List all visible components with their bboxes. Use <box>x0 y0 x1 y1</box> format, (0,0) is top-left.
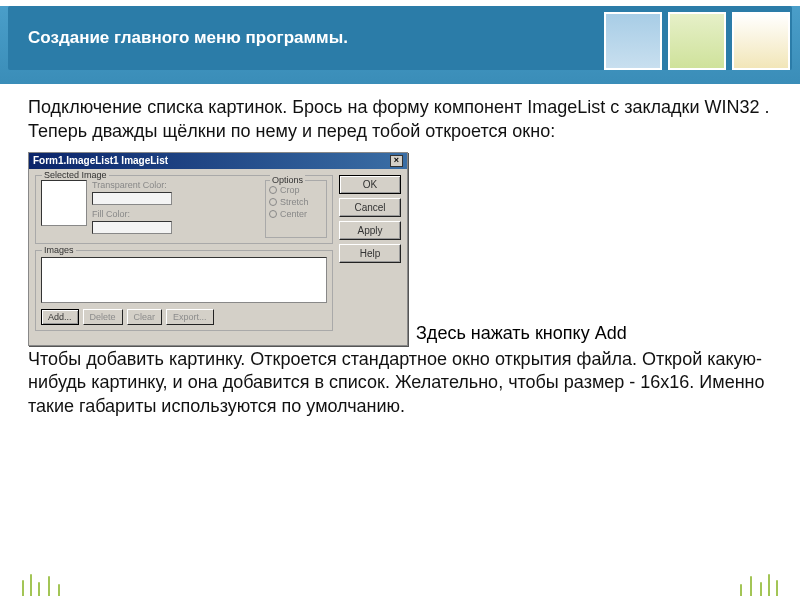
transparent-color-label: Transparent Color: <box>92 180 260 190</box>
clear-button[interactable]: Clear <box>127 309 163 325</box>
group-options: Options Crop Stretch Center <box>265 180 327 238</box>
close-icon[interactable]: × <box>390 155 403 167</box>
fill-color-label: Fill Color: <box>92 209 260 219</box>
dialog-title: Form1.ImageList1 ImageList <box>33 155 168 166</box>
group-images-label: Images <box>42 245 76 255</box>
radio-stretch[interactable]: Stretch <box>269 197 323 207</box>
cancel-button[interactable]: Cancel <box>339 198 401 217</box>
radio-center[interactable]: Center <box>269 209 323 219</box>
slide-title: Создание главного меню программы. <box>28 28 348 48</box>
header-thumbnails <box>604 12 790 70</box>
ok-button[interactable]: OK <box>339 175 401 194</box>
group-options-label: Options <box>270 175 305 185</box>
slide-header: Создание главного меню программы. <box>0 6 800 84</box>
paragraph-3: Чтобы добавить картинку. Откроется станд… <box>0 348 800 419</box>
apply-button[interactable]: Apply <box>339 221 401 240</box>
grass-left-icon <box>18 568 108 596</box>
dialog-titlebar[interactable]: Form1.ImageList1 ImageList × <box>29 153 407 169</box>
thumbnail-leaf <box>668 12 726 70</box>
paragraph-1: Подключение списка картинок. Брось на фо… <box>0 96 800 144</box>
grass-right-icon <box>692 568 782 596</box>
fill-color-field[interactable] <box>92 221 172 234</box>
export-button[interactable]: Export... <box>166 309 214 325</box>
group-selected-image: Selected Image Transparent Color: Fill C… <box>35 175 333 244</box>
help-button[interactable]: Help <box>339 244 401 263</box>
add-button[interactable]: Add... <box>41 309 79 325</box>
group-selected-label: Selected Image <box>42 170 109 180</box>
transparent-color-field[interactable] <box>92 192 172 205</box>
paragraph-2-inline: Здесь нажать кнопку Add <box>408 323 627 346</box>
thumbnail-sky <box>604 12 662 70</box>
footer-decoration <box>0 568 800 596</box>
imagelist-dialog: Form1.ImageList1 ImageList × Selected Im… <box>28 152 408 346</box>
selected-image-preview <box>41 180 87 226</box>
images-list[interactable] <box>41 257 327 303</box>
group-images: Images Add... Delete Clear Export... <box>35 250 333 331</box>
thumbnail-flower <box>732 12 790 70</box>
radio-crop[interactable]: Crop <box>269 185 323 195</box>
delete-button[interactable]: Delete <box>83 309 123 325</box>
